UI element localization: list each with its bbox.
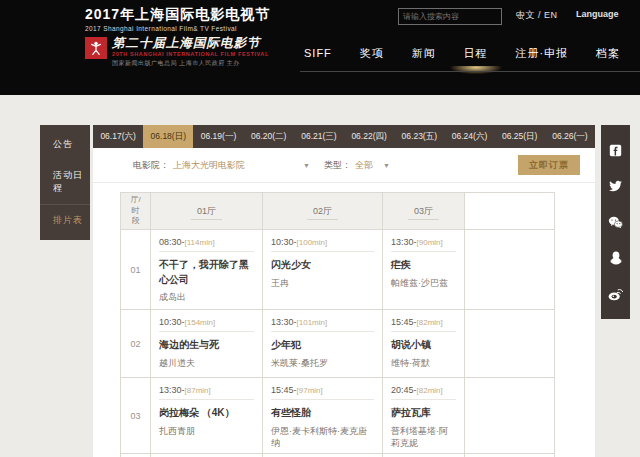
- date-tab[interactable]: 06.22(四): [344, 125, 394, 148]
- screening-cell[interactable]: 13:30-[90min]疟疾帕维兹·沙巴兹: [383, 230, 465, 310]
- search-input[interactable]: [399, 12, 517, 21]
- content-panel: 电影院： 上海大光明电影院 ▼ 类型： 全部 ▼ 立即订票 厅/时段 01厅02…: [93, 148, 595, 457]
- screening-time: 20:45-[82min]: [391, 385, 456, 400]
- screening-cell[interactable]: 15:45-[97min]有些怪胎伊恩·麦卡利斯特·麦克唐纳: [263, 378, 383, 454]
- type-filter-value[interactable]: 全部: [355, 159, 373, 172]
- row-number: 02: [121, 310, 151, 378]
- type-dropdown-caret[interactable]: ▼: [383, 162, 390, 169]
- date-tab[interactable]: 06.21(三): [294, 125, 344, 148]
- screening-time: 15:45-[97min]: [271, 385, 374, 400]
- screening-time: 13:30-[87min]: [159, 385, 254, 400]
- book-now-button[interactable]: 立即订票: [518, 155, 580, 175]
- screening-time: 10:30-[154min]: [159, 317, 254, 332]
- hall-time-corner: 厅/时段: [121, 193, 151, 230]
- site-subtitle: 2017 Shanghai International Film& TV Fes…: [85, 25, 270, 32]
- date-tab[interactable]: 06.26(一): [545, 125, 595, 148]
- nav-item[interactable]: 档案: [594, 40, 622, 67]
- movie-title: 海边的生与死: [159, 338, 254, 353]
- date-tab[interactable]: 06.17(六): [93, 125, 143, 148]
- screening-time: 15:45-[82min]: [391, 317, 456, 332]
- movie-director: 米凯莱·桑托罗: [271, 357, 374, 369]
- filter-row: 电影院： 上海大光明电影院 ▼ 类型： 全部 ▼ 立即订票: [93, 148, 595, 183]
- festival-name-cn: 第二十届上海国际电影节: [112, 37, 269, 50]
- nav-item[interactable]: 奖项: [358, 40, 386, 67]
- date-tab-bar: 06.17(六) 06.18(日) 06.19(一) 06.20(二) 06.2…: [93, 125, 595, 148]
- screening-cell[interactable]: 15:45-[128min]会计刺客加文·欧康诺: [151, 454, 263, 457]
- festival-name-en: 20TH SHANGHAI INTERNATIONAL FILM FESTIVA…: [112, 52, 269, 58]
- movie-director: 帕维兹·沙巴兹: [391, 277, 456, 289]
- cinema-filter-value[interactable]: 上海大光明电影院: [173, 159, 245, 172]
- nav-item[interactable]: 日程: [462, 40, 490, 67]
- empty-cell: [465, 310, 555, 378]
- movie-title: 有些怪胎: [271, 406, 374, 421]
- nav-item[interactable]: SIFF: [302, 41, 334, 65]
- blank-column-header: [465, 193, 555, 230]
- date-tab[interactable]: 06.24(六): [444, 125, 494, 148]
- screening-time: 13:30-[101min]: [271, 317, 374, 332]
- movie-director: 普利塔基塔·阿莉克妮: [391, 425, 456, 449]
- sidebar-item[interactable]: 排片表: [40, 204, 90, 236]
- screening-cell[interactable]: 18:30-[86min]努巴的心肯尼斯·A·卡尔森: [263, 454, 383, 457]
- date-tab[interactable]: 06.19(一): [193, 125, 243, 148]
- movie-title: 岗拉梅朵 （4K）: [159, 406, 254, 421]
- movie-director: 越川道夫: [159, 357, 254, 369]
- screening-time: 08:30-[114min]: [159, 237, 254, 252]
- nav-item[interactable]: 新闻: [410, 40, 438, 67]
- type-filter-label: 类型：: [324, 159, 351, 172]
- sidebar-item[interactable]: 活动日程: [40, 160, 90, 204]
- site-header: 2017年上海国际电影电视节 2017 Shanghai Internation…: [0, 0, 640, 95]
- movie-title: 不干了，我开除了黑心公司: [159, 258, 254, 287]
- search-box[interactable]: [398, 8, 502, 25]
- date-tab[interactable]: 06.23(五): [394, 125, 444, 148]
- sidebar-item[interactable]: 公告: [40, 129, 90, 160]
- screening-cell[interactable]: 13:30-[87min]岗拉梅朵 （4K）扎西青朋: [151, 378, 263, 454]
- movie-director: 伊恩·麦卡利斯特·麦克唐纳: [271, 425, 374, 449]
- movie-director: 维特·荷默: [391, 357, 456, 369]
- site-logo[interactable]: 2017年上海国际电影电视节 2017 Shanghai Internation…: [85, 6, 270, 66]
- site-title: 2017年上海国际电影电视节: [85, 6, 270, 24]
- empty-cell: [465, 230, 555, 310]
- date-tab[interactable]: 06.18(日): [143, 125, 193, 148]
- date-tab[interactable]: 06.25(日): [495, 125, 545, 148]
- weibo-icon[interactable]: [601, 276, 630, 312]
- social-share-strip: [601, 125, 630, 319]
- screening-cell[interactable]: 15:45-[82min]胡说小镇维特·荷默: [383, 310, 465, 378]
- screening-cell[interactable]: 10:30-[100min]闪光少女王冉: [263, 230, 383, 310]
- facebook-icon[interactable]: [601, 132, 630, 168]
- schedule-table: 厅/时段 01厅02厅03厅 0108:30-[114min]不干了，我开除了黑…: [120, 192, 555, 457]
- twitter-icon[interactable]: [601, 168, 630, 204]
- main-nav: SIFF 奖项 新闻 日程 注册·申报 档案: [302, 36, 622, 70]
- schedule-header-row: 厅/时段 01厅02厅03厅: [121, 193, 555, 230]
- movie-director: 扎西青朋: [159, 425, 254, 437]
- date-tab[interactable]: 06.20(二): [244, 125, 294, 148]
- screening-cell[interactable]: 13:30-[101min]少年犯米凯莱·桑托罗: [263, 310, 383, 378]
- movie-title: 少年犯: [271, 338, 374, 353]
- movie-title: 疟疾: [391, 258, 456, 273]
- nav-underline: [300, 71, 640, 72]
- language-toggle[interactable]: 中文 / EN: [516, 9, 558, 22]
- empty-cell: [465, 378, 555, 454]
- wechat-icon[interactable]: [601, 204, 630, 240]
- screening-cell[interactable]: 08:30-[114min]不干了，我开除了黑心公司成岛出: [151, 230, 263, 310]
- movie-title: 萨拉瓦库: [391, 406, 456, 421]
- row-number: 01: [121, 230, 151, 310]
- hall-column-header: 02厅: [263, 193, 383, 230]
- screening-cell[interactable]: 20:45-[82min]萨拉瓦库普利塔基塔·阿莉克妮: [383, 378, 465, 454]
- cinema-filter-label: 电影院：: [133, 159, 169, 172]
- nav-item[interactable]: 注册·申报: [513, 40, 570, 67]
- organizer-text: 国家新闻出版广电总局 上海市人民政府 主办: [112, 60, 269, 66]
- schedule-row: 0415:45-[128min]会计刺客加文·欧康诺18:30-[86min]努…: [121, 454, 555, 457]
- schedule-row: 0108:30-[114min]不干了，我开除了黑心公司成岛出10:30-[10…: [121, 230, 555, 310]
- schedule-row: 0210:30-[154min]海边的生与死越川道夫13:30-[101min]…: [121, 310, 555, 378]
- movie-title: 胡说小镇: [391, 338, 456, 353]
- cinema-dropdown-caret[interactable]: ▼: [303, 162, 310, 169]
- empty-cell: [465, 454, 555, 457]
- schedule-row: 0313:30-[87min]岗拉梅朵 （4K）扎西青朋15:45-[97min…: [121, 378, 555, 454]
- row-number: 04: [121, 454, 151, 457]
- screening-cell[interactable]: 10:30-[154min]海边的生与死越川道夫: [151, 310, 263, 378]
- language-menu[interactable]: Language: [576, 9, 619, 19]
- row-number: 03: [121, 378, 151, 454]
- movie-director: 王冉: [271, 277, 374, 289]
- hall-column-header: 01厅: [151, 193, 263, 230]
- qq-icon[interactable]: [601, 240, 630, 276]
